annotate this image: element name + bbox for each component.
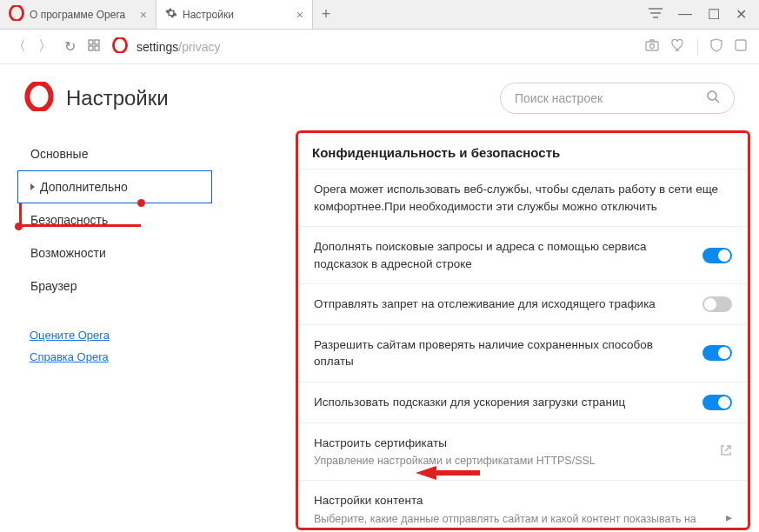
content-panel: Конфиденциальность и безопасность Opera … [296,130,750,530]
external-link-icon [720,444,732,459]
sidebar-item-features[interactable]: Возможности [17,236,212,269]
svg-point-5 [113,37,126,52]
window-controls: — ☐ ✕ [649,6,759,23]
setting-row-autocomplete: Дополнять поисковые запросы и адреса с п… [298,226,748,283]
sidebar-label: Возможности [30,246,106,260]
shield-icon[interactable] [710,38,722,56]
sidebar-label: Браузер [30,279,77,293]
toggle-preload[interactable] [702,395,732,410]
sidebar-item-browser[interactable]: Браузер [17,269,212,303]
sidebar-label: Безопасность [30,213,108,227]
toggle-autocomplete[interactable] [702,248,732,263]
page-header: Настройки [0,64,759,130]
menu-icon[interactable] [649,6,662,23]
chevron-right-icon: ▸ [726,510,732,524]
heart-icon[interactable] [671,39,685,55]
extensions-icon[interactable] [735,39,747,55]
sidebar-item-security[interactable]: Безопасность [17,203,212,236]
svg-point-9 [27,83,50,110]
new-tab-button[interactable]: + [313,5,339,23]
sidebar-item-basic[interactable]: Основные [17,137,212,170]
tab-label: Настройки [183,9,234,21]
tab-label: О программе Opera [30,9,125,21]
svg-rect-6 [646,42,658,50]
info-row: Opera может использовать веб-службы, что… [298,169,748,226]
address-bar: 〈 〉 ↻ settings/privacy [0,30,759,64]
svg-rect-3 [89,46,93,50]
separator [697,39,698,55]
row-text: Использовать подсказки для ускорения заг… [314,394,702,411]
opera-icon [112,37,128,56]
gear-icon [165,7,177,22]
opera-logo [24,82,54,115]
setting-row-preload: Использовать подсказки для ускорения заг… [298,382,748,422]
toggle-dnt[interactable] [702,296,732,312]
sidebar-label: Дополнительно [40,180,128,194]
url-prefix: settings [136,40,178,54]
tab-settings[interactable]: Настройки × [156,0,313,29]
section-title: Конфиденциальность и безопасность [298,142,748,169]
setting-row-dnt: Отправлять запрет на отслеживание для ис… [298,283,748,324]
close-icon[interactable]: × [296,8,303,22]
close-icon[interactable]: × [140,8,147,22]
back-button[interactable]: 〈 [12,37,26,56]
row-text: Opera может использовать веб-службы, что… [314,181,732,215]
speed-dial-icon[interactable] [88,39,100,55]
sidebar-item-advanced[interactable]: Дополнительно [17,170,212,203]
row-subtitle: Выберите, какие данные отправлять сайтам… [314,511,717,530]
row-text: Отправлять запрет на отслеживание для ис… [314,296,702,313]
svg-point-7 [650,43,655,48]
row-title: Настройки контента [314,492,717,509]
url-path: /privacy [178,40,220,54]
rate-opera-link[interactable]: Оцените Opera [30,329,212,342]
svg-rect-4 [95,46,99,50]
settings-search[interactable] [500,83,735,114]
help-opera-link[interactable]: Справка Opera [30,350,212,363]
page-title: Настройки [66,86,488,110]
svg-rect-1 [89,40,93,44]
search-icon [706,90,720,107]
reload-button[interactable]: ↻ [64,38,76,55]
link-row-certificates[interactable]: Настроить сертификаты Управление настрой… [298,422,748,481]
row-text: Разрешить сайтам проверять наличие сохра… [314,336,702,370]
svg-rect-2 [95,40,99,44]
svg-point-10 [708,91,716,100]
forward-button[interactable]: 〉 [38,37,52,56]
tab-about-opera[interactable]: О программе Opera × [0,0,156,29]
url-display[interactable]: settings/privacy [112,37,633,56]
toggle-payment[interactable] [702,345,732,361]
sidebar: Основные Дополнительно Безопасность Возм… [17,130,217,530]
snapshot-icon[interactable] [645,39,659,55]
search-input[interactable] [515,91,706,105]
sidebar-label: Основные [30,147,88,161]
opera-icon [9,5,24,23]
row-subtitle: Управление настройками и сертификатами H… [314,453,711,469]
close-window-icon[interactable]: ✕ [736,6,747,23]
svg-rect-8 [736,40,746,50]
nav-row-content-settings[interactable]: Настройки контента Выберите, какие данны… [298,480,748,530]
row-text: Дополнять поисковые запросы и адреса с п… [314,238,702,272]
tab-bar: О программе Opera × Настройки × + — ☐ ✕ [0,0,759,30]
minimize-icon[interactable]: — [678,6,692,23]
maximize-icon[interactable]: ☐ [708,6,720,23]
row-title: Настроить сертификаты [314,435,711,452]
svg-point-0 [10,5,23,20]
setting-row-payment: Разрешить сайтам проверять наличие сохра… [298,324,748,382]
caret-icon [30,183,35,190]
